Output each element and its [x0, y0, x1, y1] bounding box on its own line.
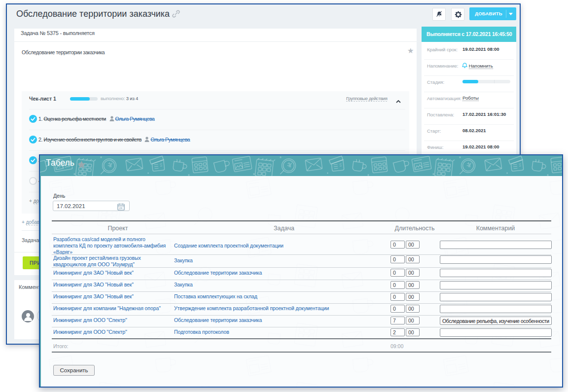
svg-text:24: 24	[119, 207, 123, 210]
